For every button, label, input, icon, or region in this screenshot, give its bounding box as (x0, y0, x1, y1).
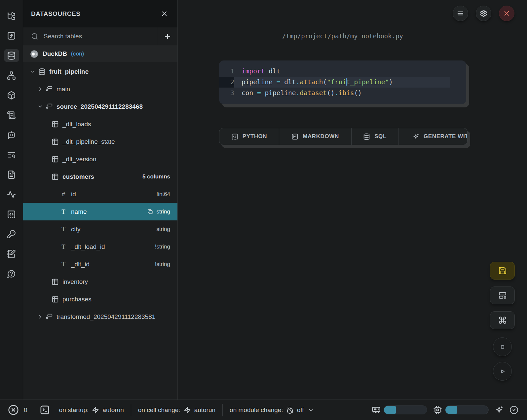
tree-row-col-id[interactable]: #id!int64 (23, 185, 177, 203)
shutdown-button[interactable] (499, 6, 514, 21)
x-icon (503, 10, 510, 17)
on-module-change-setting[interactable]: on module change:off (230, 406, 314, 414)
rail-item-file-explorer[interactable] (4, 9, 19, 22)
add-python-cell-label: PYTHON (243, 133, 267, 140)
rail-item-packages[interactable] (4, 89, 19, 102)
tree-row-fruit-pipeline[interactable]: fruit_pipeline (23, 63, 177, 80)
rail-item-secrets[interactable] (4, 227, 19, 241)
tree-row-meta: !string (155, 261, 170, 268)
tree-row-schema-main[interactable]: main (23, 80, 177, 98)
chevron-down-icon[interactable] (30, 69, 35, 74)
on-cell-change-setting[interactable]: on cell change:autorun (138, 406, 215, 414)
rail-item-documentation[interactable] (4, 168, 19, 181)
rail-item-variables[interactable] (4, 29, 19, 42)
on-startup-setting[interactable]: on startup:autorun (59, 406, 124, 414)
code-line-3[interactable]: 3con = pipeline.dataset().ibis() (219, 88, 466, 98)
rail-item-logs[interactable] (4, 148, 19, 161)
on-cell-change-label: on cell change: (138, 406, 180, 414)
tree-row-schema-source[interactable]: source_202504291112283468 (23, 98, 177, 115)
close-icon (161, 10, 168, 18)
chevron-down-icon[interactable] (37, 104, 43, 109)
add-markdown-cell-button[interactable]: MARKDOWN (279, 128, 352, 145)
code-line-1[interactable]: 1import dlt (219, 66, 466, 77)
layout-toggle-button[interactable] (490, 286, 515, 304)
tree-row-label: fruit_pipeline (49, 68, 89, 75)
circle-x-icon (8, 404, 19, 415)
search-tables-input[interactable] (43, 32, 157, 40)
code-text: con = pipeline.dataset().ibis() (234, 88, 362, 98)
statusbar-right (372, 405, 518, 414)
code-text: import dlt (234, 66, 280, 77)
help-circle-icon (7, 269, 16, 278)
tree-row-dlt-pipeline-state[interactable]: _dlt_pipeline_state (23, 133, 177, 150)
rail-item-snippets[interactable] (4, 208, 19, 221)
tree-row-inventory[interactable]: inventory (23, 273, 177, 290)
on-startup-label: on startup: (59, 406, 89, 414)
tree-row-label: _dlt_version (62, 156, 96, 163)
text-type-icon: T (60, 208, 67, 215)
error-counter[interactable]: 0 (8, 404, 27, 415)
tree-row-col-city[interactable]: Tcitystring (23, 220, 177, 238)
copy-icon[interactable] (147, 209, 153, 215)
zap-icon (92, 406, 99, 414)
tree-row-col-dlt-load-id[interactable]: T_dlt_load_id!string (23, 238, 177, 255)
text-type-icon: T (60, 226, 67, 233)
tree-row-dlt-version[interactable]: _dlt_version (23, 150, 177, 168)
tree-row-purchases[interactable]: purchases (23, 290, 177, 308)
tree-row-schema-transformed[interactable]: transformed_202504291112283581 (23, 308, 177, 325)
engine-row-duckdb[interactable]: DuckDB (con) (23, 45, 177, 63)
add-sql-cell-label: SQL (374, 133, 387, 140)
tree-row-label: _dlt_pipeline_state (62, 138, 115, 145)
generate-with-ai-button[interactable]: GENERATE WIT (398, 128, 467, 145)
tree-row-col-name[interactable]: Tnamestring (23, 203, 177, 220)
add-datasource-button[interactable] (157, 27, 177, 45)
table-icon (52, 173, 59, 180)
command-palette-button[interactable] (490, 311, 515, 329)
chevron-right-icon[interactable] (37, 314, 43, 320)
activity-icon (7, 190, 16, 199)
stop-all-button[interactable] (493, 337, 512, 356)
save-button[interactable] (490, 262, 515, 280)
rail-item-outline[interactable] (4, 108, 19, 122)
ai-sparkles-icon[interactable] (495, 405, 504, 414)
bot-message-icon (7, 131, 16, 139)
tree-row-meta: !string (155, 244, 170, 250)
add-python-cell-button[interactable]: PYTHON (219, 128, 279, 145)
connection-status-icon[interactable] (509, 405, 518, 414)
terminal-button[interactable] (40, 405, 50, 415)
add-sql-cell-button[interactable]: SQL (352, 128, 398, 145)
notebook-menu-button[interactable] (453, 6, 468, 21)
square-code-icon (7, 210, 16, 219)
settings-button[interactable] (476, 6, 491, 21)
cpu-usage-bar (445, 405, 489, 414)
chevron-right-icon[interactable] (37, 86, 43, 92)
code-line-2[interactable]: 2pipeline = dlt.attach("fruit_pipeline") (219, 77, 450, 88)
schema-icon (46, 103, 53, 110)
tree-row-dlt-loads[interactable]: _dlt_loads (23, 115, 177, 133)
run-all-button[interactable] (493, 362, 512, 381)
code-cell[interactable]: 1import dlt2pipeline = dlt.attach("fruit… (219, 60, 466, 104)
engine-connection: (con) (71, 51, 84, 57)
rail-item-chat[interactable] (4, 128, 19, 141)
tree-row-customers[interactable]: customers5 columns (23, 168, 177, 185)
on-module-change-label: on module change: (230, 406, 283, 414)
rail-item-scratchpad[interactable] (4, 247, 19, 260)
plus-icon (164, 32, 171, 40)
panel-header: DATASOURCES (23, 0, 177, 27)
search-box (23, 27, 157, 45)
rail-item-dependencies[interactable] (4, 69, 19, 82)
zap-icon (184, 406, 191, 414)
table-icon (52, 278, 59, 286)
network-icon (7, 71, 16, 80)
table-icon (52, 156, 59, 163)
chevron-down-icon (307, 407, 314, 413)
panel-close-button[interactable] (161, 10, 168, 18)
function-square-icon (7, 31, 16, 40)
tree-row-label: _dlt_load_id (71, 243, 105, 250)
search-icon (31, 33, 38, 40)
rail-item-tracing[interactable] (4, 188, 19, 201)
rail-item-datasources[interactable] (4, 49, 19, 62)
rail-item-help[interactable] (4, 267, 19, 280)
statusbar-divider (131, 404, 131, 416)
tree-row-col-dlt-id[interactable]: T_dlt_id!string (23, 255, 177, 273)
